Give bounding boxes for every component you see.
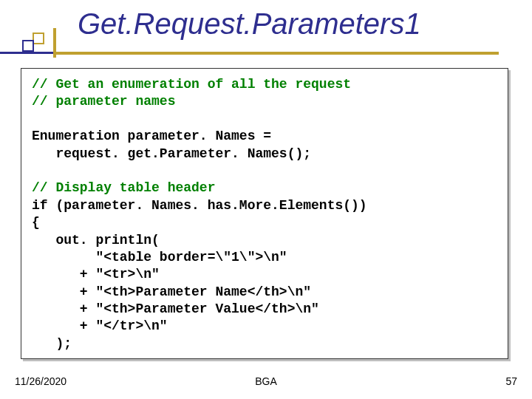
slide-title: Get.Request.Parameters1 [78, 7, 421, 41]
footer: 11/26/2020 BGA 57 [0, 375, 532, 392]
code-comment: // parameter names [32, 94, 175, 109]
code-comment: // Get an enumeration of all the request [32, 77, 351, 92]
code-line: request. get.Parameter. Names(); [32, 146, 311, 161]
code-line: + "</tr>\n" [32, 318, 168, 333]
footer-date: 11/26/2020 [15, 375, 66, 387]
code-line: out. println( [32, 233, 160, 248]
footer-center: BGA [255, 375, 277, 387]
code-line: { [32, 215, 40, 230]
accent-horizontal-bar-long [55, 52, 499, 55]
code-line: ); [32, 336, 72, 351]
accent-horizontal-bar-short [0, 52, 53, 54]
code-line: + "<th>Parameter Name</th>\n" [32, 284, 311, 299]
code-comment: // Display table header [32, 180, 215, 195]
code-box: // Get an enumeration of all the request… [21, 68, 508, 359]
accent-square-icon [22, 40, 34, 52]
code-line: "<table border=\"1\">\n" [32, 250, 287, 265]
title-area: Get.Request.Parameters1 [0, 6, 532, 58]
slide: Get.Request.Parameters1 // Get an enumer… [0, 0, 532, 399]
code-line: if (parameter. Names. has.More.Elements(… [32, 198, 367, 213]
code-block: // Get an enumeration of all the request… [32, 76, 497, 352]
code-line: Enumeration parameter. Names = [32, 129, 271, 143]
code-line: + "<th>Parameter Value</th>\n" [32, 301, 319, 316]
code-line: + "<tr>\n" [32, 267, 160, 282]
accent-square-icon [33, 33, 44, 44]
footer-page-number: 57 [505, 375, 517, 387]
